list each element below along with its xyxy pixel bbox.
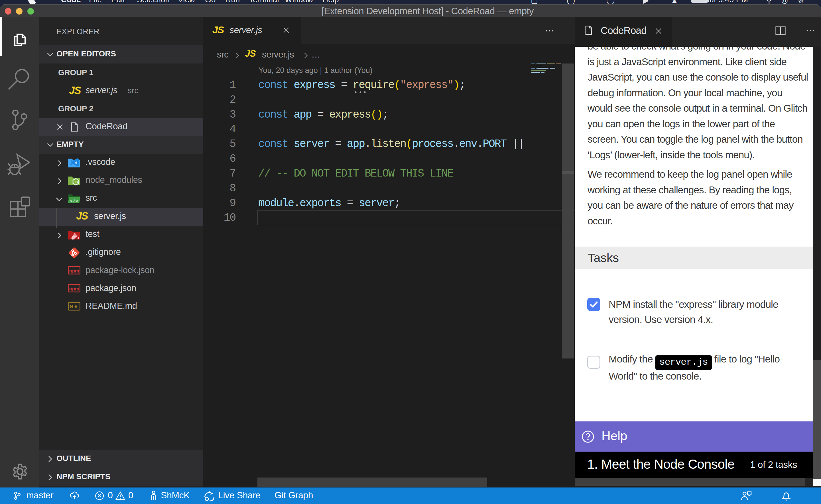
- svg-text:npm: npm: [69, 268, 79, 273]
- svg-text:npm: npm: [69, 286, 79, 291]
- svg-text:</>: </>: [70, 199, 78, 204]
- svg-text:JS: JS: [73, 180, 78, 184]
